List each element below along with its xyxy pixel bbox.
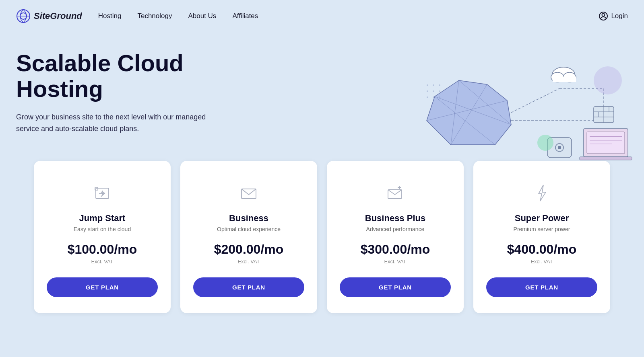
nav-item-about-us[interactable]: About Us <box>188 12 216 20</box>
svg-marker-5 <box>427 80 511 145</box>
svg-rect-19 <box>433 96 434 98</box>
svg-point-4 <box>602 14 605 16</box>
plan-vat-super-power: Excl. VAT <box>530 259 553 265</box>
hero-illustration <box>402 40 636 161</box>
plan-vat-jump-start: Excl. VAT <box>91 259 113 265</box>
plan-desc-super-power: Premium server power <box>514 226 570 232</box>
svg-rect-40 <box>587 132 625 154</box>
get-plan-button-jump-start[interactable]: GET PLAN <box>47 277 158 297</box>
svg-rect-16 <box>433 90 434 92</box>
plan-price-business-plus: $300.00/mo <box>361 242 430 257</box>
pricing-card-super-power: Super Power Premium server power $400.00… <box>473 161 610 313</box>
jump-start-icon <box>90 181 114 205</box>
hero-subtitle: Grow your business site to the next leve… <box>16 111 225 135</box>
svg-rect-44 <box>580 157 632 160</box>
plan-name-jump-start: Jump Start <box>79 213 126 224</box>
navbar: SiteGround Hosting Technology About Us A… <box>0 0 644 32</box>
svg-rect-17 <box>439 90 440 92</box>
plan-price-jump-start: $100.00/mo <box>68 242 137 257</box>
login-button[interactable]: Login <box>599 12 628 21</box>
plan-price-business: $200.00/mo <box>214 242 284 257</box>
hero-section: Scalable Cloud Hosting Grow your busines… <box>0 32 644 145</box>
svg-rect-14 <box>439 84 440 86</box>
svg-rect-29 <box>553 77 576 82</box>
nav-item-hosting[interactable]: Hosting <box>98 12 122 20</box>
plan-price-super-power: $400.00/mo <box>507 242 577 257</box>
nav-item-technology[interactable]: Technology <box>137 12 172 20</box>
plan-desc-business-plus: Advanced performance <box>366 226 425 232</box>
svg-rect-13 <box>433 84 434 86</box>
plan-vat-business-plus: Excl. VAT <box>384 259 406 265</box>
svg-point-46 <box>594 66 622 94</box>
pricing-card-business: Business Optimal cloud experience $200.0… <box>180 161 317 313</box>
login-label: Login <box>611 12 628 20</box>
pricing-section: Jump Start Easy start on the cloud $100.… <box>0 145 644 337</box>
nav-links: Hosting Technology About Us Affiliates <box>98 12 258 20</box>
svg-rect-20 <box>439 96 440 98</box>
get-plan-button-super-power[interactable]: GET PLAN <box>486 277 597 297</box>
svg-marker-55 <box>539 185 546 201</box>
plan-name-business-plus: Business Plus <box>365 213 425 224</box>
plan-name-super-power: Super Power <box>515 213 569 224</box>
svg-point-45 <box>537 135 553 151</box>
svg-rect-15 <box>427 90 428 92</box>
business-plus-icon <box>383 181 407 205</box>
pricing-card-business-plus: Business Plus Advanced performance $300.… <box>327 161 464 313</box>
logo-link[interactable]: SiteGround <box>16 9 82 23</box>
svg-rect-18 <box>427 96 428 98</box>
svg-point-38 <box>558 146 561 149</box>
plan-desc-jump-start: Easy start on the cloud <box>74 226 131 232</box>
plan-vat-business: Excl. VAT <box>237 259 260 265</box>
get-plan-button-business-plus[interactable]: GET PLAN <box>340 277 451 297</box>
business-icon <box>237 181 261 205</box>
super-power-icon <box>530 181 554 205</box>
logo-icon <box>16 9 31 23</box>
nav-item-affiliates[interactable]: Affiliates <box>232 12 258 20</box>
pricing-card-jump-start: Jump Start Easy start on the cloud $100.… <box>34 161 171 313</box>
user-icon <box>599 12 608 21</box>
svg-line-21 <box>511 88 559 113</box>
hero-text-block: Scalable Cloud Hosting Grow your busines… <box>16 50 258 134</box>
plan-name-business: Business <box>229 213 268 224</box>
svg-rect-50 <box>95 187 98 190</box>
get-plan-button-business[interactable]: GET PLAN <box>193 277 304 297</box>
logo-text: SiteGround <box>34 11 82 21</box>
plan-desc-business: Optimal cloud experience <box>217 226 281 232</box>
svg-rect-12 <box>427 84 428 86</box>
hero-title: Scalable Cloud Hosting <box>16 50 258 102</box>
